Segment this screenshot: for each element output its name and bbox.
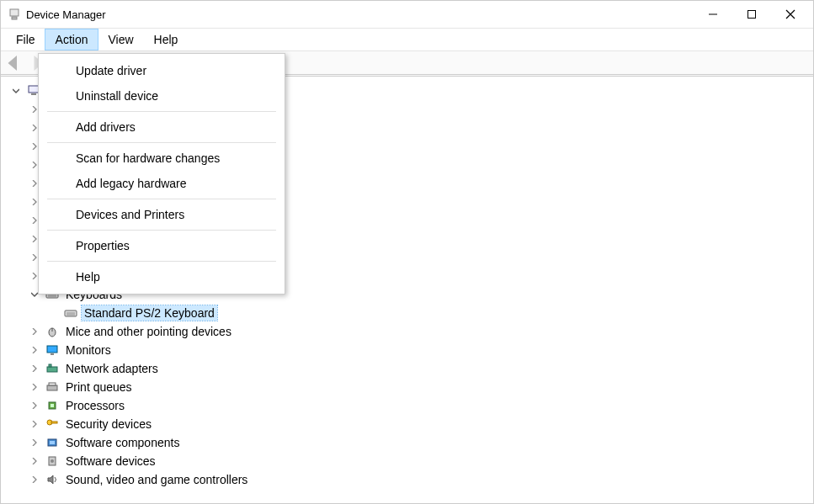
separator xyxy=(47,199,276,199)
separator xyxy=(47,142,276,143)
keyboard-icon xyxy=(63,306,78,320)
svg-rect-19 xyxy=(49,364,51,367)
tree-item-security[interactable]: Security devices xyxy=(9,415,813,433)
app-icon xyxy=(8,8,21,21)
chevron-right-icon[interactable] xyxy=(28,454,41,468)
chevron-right-icon[interactable] xyxy=(28,436,41,449)
tree-item-software-components[interactable]: Software components xyxy=(9,433,813,452)
tree-label: Network adapters xyxy=(63,361,161,376)
menu-file[interactable]: File xyxy=(6,29,45,50)
back-button[interactable] xyxy=(4,53,24,73)
svg-rect-20 xyxy=(47,385,57,390)
separator xyxy=(47,230,276,231)
separator xyxy=(47,111,276,112)
component-icon xyxy=(45,436,60,449)
svg-rect-3 xyxy=(748,11,756,19)
tree-label: Print queues xyxy=(63,379,135,395)
menu-action[interactable]: Action xyxy=(45,29,98,50)
minimize-button[interactable] xyxy=(694,1,732,28)
menu-view[interactable]: View xyxy=(98,29,143,50)
action-add-drivers[interactable]: Add drivers xyxy=(39,114,285,140)
tree-label: Software devices xyxy=(63,454,158,469)
chevron-right-icon[interactable] xyxy=(28,343,41,357)
menu-bar: File Action View Help xyxy=(1,28,813,51)
svg-rect-0 xyxy=(10,9,19,16)
mouse-icon xyxy=(45,325,60,338)
cpu-icon xyxy=(45,399,60,412)
tree-item-print-queues[interactable]: Print queues xyxy=(9,378,813,396)
tree-item-monitors[interactable]: Monitors xyxy=(9,341,813,359)
window-title: Device Manager xyxy=(21,8,694,21)
svg-rect-21 xyxy=(49,383,56,385)
tree-item-sound[interactable]: Sound, video and game controllers xyxy=(9,470,813,489)
tree-label: Security devices xyxy=(63,416,154,432)
chevron-right-icon[interactable] xyxy=(28,399,41,412)
tree-item-software-devices[interactable]: Software devices xyxy=(9,452,813,470)
chevron-right-icon[interactable] xyxy=(28,325,41,338)
network-icon xyxy=(45,362,60,375)
svg-point-29 xyxy=(51,459,54,463)
tree-item-standard-ps2-keyboard[interactable]: Standard PS/2 Keyboard xyxy=(9,304,813,322)
svg-rect-25 xyxy=(51,422,57,423)
software-icon xyxy=(45,454,60,468)
svg-rect-7 xyxy=(31,93,36,95)
chevron-right-icon[interactable] xyxy=(28,362,41,375)
menu-help[interactable]: Help xyxy=(144,29,189,50)
chevron-down-icon[interactable] xyxy=(9,84,23,98)
svg-rect-27 xyxy=(50,441,55,444)
action-update-driver[interactable]: Update driver xyxy=(39,58,285,83)
tree-item-network[interactable]: Network adapters xyxy=(9,359,813,378)
key-icon xyxy=(45,417,60,431)
action-devices-printers[interactable]: Devices and Printers xyxy=(39,202,285,227)
svg-rect-16 xyxy=(47,346,57,353)
printer-icon xyxy=(45,380,60,394)
svg-rect-17 xyxy=(51,353,54,355)
title-bar: Device Manager xyxy=(1,1,813,28)
svg-rect-23 xyxy=(51,404,54,407)
svg-rect-18 xyxy=(47,367,57,372)
action-properties[interactable]: Properties xyxy=(39,233,285,258)
tree-label: Standard PS/2 Keyboard xyxy=(82,305,217,321)
sound-icon xyxy=(45,473,60,486)
svg-rect-1 xyxy=(12,17,17,19)
tree-item-mice[interactable]: Mice and other pointing devices xyxy=(9,322,813,341)
tree-label: Monitors xyxy=(63,342,114,358)
action-scan-hardware[interactable]: Scan for hardware changes xyxy=(39,146,285,171)
chevron-right-icon[interactable] xyxy=(28,473,41,486)
monitor-icon xyxy=(45,343,60,357)
action-help[interactable]: Help xyxy=(39,264,285,289)
tree-item-processors[interactable]: Processors xyxy=(9,396,813,415)
spacer xyxy=(46,306,60,320)
action-dropdown: Update driver Uninstall device Add drive… xyxy=(38,53,285,294)
action-add-legacy[interactable]: Add legacy hardware xyxy=(39,171,285,196)
separator xyxy=(47,261,276,262)
tree-label: Mice and other pointing devices xyxy=(63,324,234,339)
action-uninstall-device[interactable]: Uninstall device xyxy=(39,83,285,109)
close-button[interactable] xyxy=(771,1,810,28)
tree-label: Software components xyxy=(63,435,182,450)
tree-label: Sound, video and game controllers xyxy=(63,472,250,487)
maximize-button[interactable] xyxy=(732,1,771,28)
tree-label: Processors xyxy=(63,398,127,413)
chevron-right-icon[interactable] xyxy=(28,380,41,394)
chevron-right-icon[interactable] xyxy=(28,417,41,431)
